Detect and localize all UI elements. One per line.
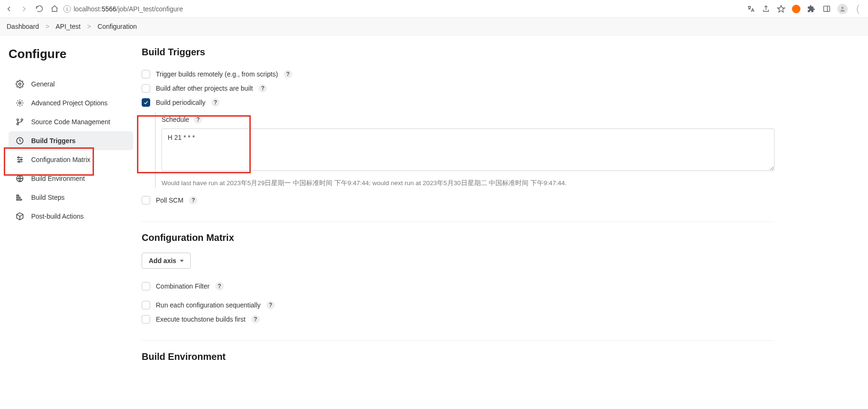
sidebar-item-build-env[interactable]: Build Environment (9, 169, 133, 188)
svg-point-5 (19, 102, 21, 104)
checkbox[interactable] (142, 196, 150, 204)
option-build-after[interactable]: Build after other projects are built ? (142, 81, 774, 95)
sidebar: Configure General Advanced Project Optio… (0, 35, 142, 391)
sidebar-item-scm[interactable]: Source Code Management (9, 112, 133, 131)
svg-point-7 (17, 123, 19, 125)
checkbox-checked[interactable] (142, 98, 150, 107)
option-poll-scm[interactable]: Poll SCM ? (142, 193, 774, 207)
option-label: Build after other projects are built (156, 85, 253, 92)
schedule-label: Schedule (162, 116, 189, 123)
sidebar-item-build-triggers[interactable]: Build Triggers (9, 131, 133, 150)
sidebar-item-label: Configuration Matrix (31, 156, 90, 163)
sliders-icon (15, 155, 25, 164)
sidebar-item-post-build[interactable]: Post-build Actions (9, 207, 133, 226)
option-run-sequentially[interactable]: Run each configuration sequentially ? (142, 298, 774, 312)
browser-toolbar: i localhost:5566/job/API_test/configure … (0, 0, 868, 18)
help-icon[interactable]: ? (251, 315, 260, 324)
svg-point-6 (17, 119, 19, 121)
option-label: Run each configuration sequentially (156, 301, 261, 309)
main-content: Build Triggers Trigger builds remotely (… (142, 35, 803, 391)
profile-avatar[interactable] (837, 4, 848, 14)
checkbox[interactable] (142, 301, 150, 309)
option-label: Build periodically (156, 99, 205, 106)
option-label: Poll SCM (156, 196, 183, 204)
share-icon[interactable] (762, 5, 770, 13)
help-icon[interactable]: ? (194, 115, 202, 124)
svg-marker-0 (778, 5, 785, 12)
sidebar-item-build-steps[interactable]: Build Steps (9, 188, 133, 207)
section-divider (142, 222, 774, 222)
option-combination-filter[interactable]: Combination Filter ? (142, 279, 774, 293)
address-bar[interactable]: i localhost:5566/job/API_test/configure (63, 5, 742, 13)
bookmark-icon[interactable] (777, 5, 785, 13)
schedule-block: Schedule ? Would last have run at 2023年5… (155, 112, 774, 187)
branch-icon (15, 117, 25, 127)
page-title: Configure (9, 47, 142, 61)
schedule-input[interactable] (162, 128, 774, 171)
sidebar-item-general[interactable]: General (9, 75, 133, 94)
panel-icon[interactable] (822, 5, 831, 13)
url-port: 5566 (102, 5, 116, 13)
svg-point-4 (19, 83, 21, 85)
gear-icon (15, 98, 25, 108)
help-icon[interactable]: ? (189, 196, 197, 204)
sidebar-item-label: Post-build Actions (31, 213, 84, 220)
crumb-dashboard[interactable]: Dashboard (7, 23, 39, 30)
sidebar-item-config-matrix[interactable]: Configuration Matrix (9, 150, 133, 169)
forward-icon[interactable] (20, 5, 28, 13)
sidebar-item-advanced[interactable]: Advanced Project Options (9, 94, 133, 112)
svg-point-13 (18, 157, 19, 158)
clock-icon (15, 136, 25, 145)
globe-icon (15, 174, 25, 183)
section-build-triggers-title: Build Triggers (142, 47, 774, 58)
site-info-icon[interactable]: i (63, 5, 71, 13)
schedule-info-text: Would last have run at 2023年5月29日星期一 中国标… (162, 179, 774, 187)
sidebar-item-label: Source Code Management (31, 118, 110, 126)
chevron-down-icon (180, 260, 184, 262)
svg-rect-19 (17, 199, 22, 200)
translate-icon[interactable] (747, 5, 755, 13)
back-icon[interactable] (5, 5, 13, 13)
sidebar-item-label: Build Environment (31, 175, 85, 182)
help-icon[interactable]: ? (211, 98, 220, 107)
gear-icon (15, 79, 25, 89)
breadcrumb-sep: > (83, 23, 96, 30)
section-divider (142, 341, 774, 341)
section-build-env-title: Build Environment (142, 351, 774, 362)
help-icon[interactable]: ? (258, 84, 267, 93)
url-path: /job/API_test/configure (116, 5, 183, 13)
steps-icon (15, 193, 25, 202)
home-icon[interactable] (50, 5, 59, 13)
svg-rect-1 (824, 6, 830, 11)
option-trigger-remotely[interactable]: Trigger builds remotely (e.g., from scri… (142, 67, 774, 81)
crumb-configuration[interactable]: Configuration (98, 23, 137, 30)
add-axis-button[interactable]: Add axis (142, 253, 191, 269)
checkbox[interactable] (142, 70, 150, 78)
help-icon[interactable]: ? (266, 301, 275, 309)
checkbox[interactable] (142, 84, 150, 93)
option-build-periodically[interactable]: Build periodically ? (142, 95, 774, 110)
sidebar-item-label: Build Triggers (31, 137, 76, 145)
checkbox[interactable] (142, 282, 150, 290)
reload-icon[interactable] (35, 5, 43, 13)
overflow-indicator: ( (854, 3, 859, 14)
section-config-matrix-title: Configuration Matrix (142, 232, 774, 243)
help-icon[interactable]: ? (215, 282, 224, 290)
help-icon[interactable]: ? (284, 70, 292, 78)
option-touchstone[interactable]: Execute touchstone builds first ? (142, 312, 774, 326)
url-host: localhost: (74, 5, 102, 13)
extensions-icon[interactable] (807, 5, 816, 13)
svg-point-8 (21, 119, 23, 121)
svg-point-3 (842, 7, 844, 9)
svg-point-15 (18, 161, 20, 162)
checkbox[interactable] (142, 315, 150, 324)
extension-badge-icon[interactable] (792, 5, 800, 13)
svg-point-14 (21, 159, 22, 161)
sidebar-item-label: General (31, 80, 55, 88)
svg-rect-18 (17, 197, 20, 198)
breadcrumb: Dashboard > API_test > Configuration (0, 18, 868, 35)
crumb-apitest[interactable]: API_test (56, 23, 81, 30)
sidebar-item-label: Advanced Project Options (31, 99, 108, 107)
breadcrumb-sep: > (41, 23, 54, 30)
svg-rect-17 (17, 195, 19, 196)
